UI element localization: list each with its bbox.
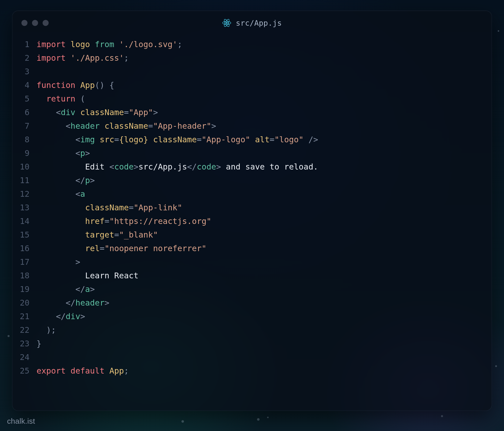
line-number: 19 [17,282,37,296]
code-line: 25export default App; [17,364,484,378]
particle [8,335,10,337]
code-content: <a [37,187,85,201]
code-content: </a> [37,282,95,296]
line-number: 6 [17,106,37,119]
code-window: src/App.js 1import logo from './logo.svg… [12,11,492,411]
code-content: </p> [37,174,95,187]
code-content: <p> [37,146,90,160]
code-content: target="_blank" [37,228,158,242]
code-line: 10 Edit <code>src/App.js</code> and save… [17,160,484,174]
line-number: 15 [17,228,37,242]
line-number: 18 [17,269,37,282]
code-line: 2import './App.css'; [17,51,484,65]
line-number: 4 [17,78,37,92]
code-content: } [37,337,41,350]
line-number: 16 [17,242,37,255]
line-number: 17 [17,255,37,269]
particle [257,418,260,421]
code-content: </header> [37,296,109,310]
window-controls [21,20,49,26]
watermark: chalk.ist [7,417,35,425]
code-line: 17 > [17,255,484,269]
line-number: 9 [17,146,37,160]
line-number: 22 [17,323,37,337]
code-line: 4function App() { [17,78,484,92]
code-line: 16 rel="noopener noreferrer" [17,242,484,255]
code-content [37,350,41,364]
particle [181,420,184,423]
code-line: 12 <a [17,187,484,201]
code-content: import './App.css'; [37,51,129,65]
window-title-text: src/App.js [236,19,282,27]
window-title: src/App.js [222,18,282,27]
line-number: 2 [17,51,37,65]
code-content: rel="noopener noreferrer" [37,242,206,255]
code-content: import logo from './logo.svg'; [37,38,182,51]
code-content: <div className="App"> [37,106,158,119]
code-line: 23} [17,337,484,350]
svg-point-0 [226,22,228,24]
code-line: 9 <p> [17,146,484,160]
particle [267,417,269,418]
code-line: 22 ); [17,323,484,337]
code-content: <img src={logo} className="App-logo" alt… [37,133,318,146]
line-number: 21 [17,310,37,323]
code-line: 11 </p> [17,174,484,187]
line-number: 3 [17,65,37,78]
react-icon [222,18,231,27]
line-number: 1 [17,38,37,51]
line-number: 10 [17,160,37,174]
code-line: 5 return ( [17,92,484,106]
particle [498,30,499,32]
line-number: 23 [17,337,37,350]
code-line: 1import logo from './logo.svg'; [17,38,484,51]
minimize-icon[interactable] [32,20,38,26]
line-number: 20 [17,296,37,310]
code-line: 15 target="_blank" [17,228,484,242]
code-line: 13 className="App-link" [17,201,484,214]
code-line: 19 </a> [17,282,484,296]
code-line: 20 </header> [17,296,484,310]
code-content [37,65,41,78]
line-number: 13 [17,201,37,214]
particle [441,415,443,417]
code-content: function App() { [37,78,114,92]
close-icon[interactable] [21,20,27,26]
code-content: className="App-link" [37,201,182,214]
code-line: 14 href="https://reactjs.org" [17,214,484,228]
code-content: > [37,255,80,269]
code-line: 7 <header className="App-header"> [17,119,484,133]
code-line: 3 [17,65,484,78]
code-line: 8 <img src={logo} className="App-logo" a… [17,133,484,146]
code-line: 6 <div className="App"> [17,106,484,119]
code-content: return ( [37,92,85,106]
code-content: Edit <code>src/App.js</code> and save to… [37,160,318,174]
line-number: 7 [17,119,37,133]
line-number: 5 [17,92,37,106]
code-line: 24 [17,350,484,364]
line-number: 24 [17,350,37,364]
code-content: Learn React [37,269,139,282]
zoom-icon[interactable] [43,20,49,26]
code-content: export default App; [37,364,129,378]
line-number: 14 [17,214,37,228]
code-content: </div> [37,310,85,323]
line-number: 8 [17,133,37,146]
code-content: ); [37,323,56,337]
code-line: 21 </div> [17,310,484,323]
code-content: href="https://reactjs.org" [37,214,211,228]
titlebar: src/App.js [12,11,492,35]
line-number: 12 [17,187,37,201]
line-number: 25 [17,364,37,378]
particle [495,365,497,367]
code-line: 18 Learn React [17,269,484,282]
code-editor[interactable]: 1import logo from './logo.svg';2import '… [12,35,492,385]
code-content: <header className="App-header"> [37,119,216,133]
line-number: 11 [17,174,37,187]
